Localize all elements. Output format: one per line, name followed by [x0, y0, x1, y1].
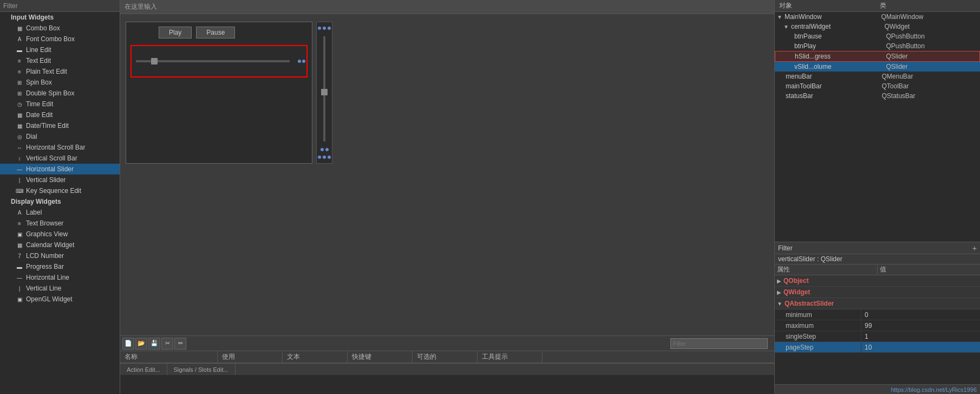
resize-dot-top-3 [328, 27, 331, 30]
section-display-widgets: Display Widgets [0, 196, 120, 207]
time-edit-icon: ◷ [15, 100, 24, 108]
sidebar-item-label: Horizontal Line [26, 274, 69, 281]
play-button[interactable]: Play [159, 27, 192, 38]
toolbar-new-btn[interactable]: 📄 [122, 338, 134, 350]
tab-action-edit[interactable]: Action Edit... [120, 364, 167, 375]
sidebar-item-label: Spin Box [26, 79, 52, 86]
tab-signals-slots[interactable]: Signals / Slots Edit... [167, 364, 236, 375]
sidebar-item-time-edit[interactable]: ◷ Time Edit [0, 99, 120, 109]
toolbar-save-btn[interactable]: 💾 [148, 338, 160, 350]
col-name: 名称 [120, 351, 218, 363]
prop-section-qabstractslider[interactable]: ▼ QAbstractSlider [775, 298, 980, 309]
sidebar-item-opengl-widget[interactable]: ▣ OpenGL Widget [0, 294, 120, 305]
sidebar-item-label: Label [26, 209, 42, 216]
sidebar-item-dial[interactable]: ◎ Dial [0, 131, 120, 142]
col-shortcut: 快捷键 [348, 351, 413, 363]
sidebar-item-label: Date/Time Edit [26, 122, 69, 130]
key-sequence-icon: ⌨ [15, 186, 24, 195]
sidebar-item-calendar-widget[interactable]: ▦ Calendar Widget [0, 240, 120, 250]
sidebar-item-font-combo-box[interactable]: A Font Combo Box [0, 34, 120, 44]
tree-class-centralwidget: QWidget [884, 23, 978, 30]
section-input-widgets: Input Widgets [0, 12, 120, 23]
sidebar-item-combo-box[interactable]: ▦ Combo Box [0, 23, 120, 34]
tree-arrow-centralwidget: ▼ [783, 24, 789, 30]
right-add-btn[interactable]: + [972, 244, 977, 253]
tree-item-mainwindow[interactable]: ▼ MainWindow QMainWindow [775, 12, 980, 22]
toolbar-cut-btn[interactable]: ✂ [161, 338, 173, 350]
sidebar-item-vertical-slider[interactable]: | Vertical Slider [0, 175, 120, 185]
col-class-header: 类 [878, 1, 978, 10]
prop-value-minimum[interactable]: 0 [861, 310, 980, 320]
sidebar-item-spin-box[interactable]: ⊞ Spin Box [0, 77, 120, 88]
prop-row-maximum: maximum 99 [775, 320, 980, 331]
text-edit-icon: ≡ [15, 56, 24, 65]
sidebar-item-date-edit[interactable]: ▦ Date Edit [0, 109, 120, 120]
sidebar-item-vertical-scroll-bar[interactable]: ↕ Vertical Scroll Bar [0, 153, 120, 164]
qwidget-name: QWidget [783, 288, 810, 296]
prop-value-singlestep[interactable]: 1 [861, 332, 980, 341]
qobject-name: QObject [783, 277, 809, 285]
toolbar-pencil-btn[interactable]: ✏ [174, 338, 186, 350]
sidebar-item-text-edit[interactable]: ≡ Text Edit [0, 55, 120, 66]
open-icon: 📂 [138, 340, 145, 347]
sidebar-item-line-edit[interactable]: ▬ Line Edit [0, 44, 120, 55]
bottom-filter-input[interactable] [670, 338, 768, 349]
v-line-icon: | [15, 284, 24, 293]
sidebar-item-horizontal-scroll-bar[interactable]: ↔ Horizontal Scroll Bar [0, 142, 120, 153]
pause-button[interactable]: Pause [196, 27, 235, 38]
sidebar-item-horizontal-line[interactable]: — Horizontal Line [0, 272, 120, 283]
sidebar-item-graphics-view[interactable]: ▣ Graphics View [0, 229, 120, 240]
progress-bar-icon: ▬ [15, 262, 24, 271]
tree-item-menubar[interactable]: menuBar QMenuBar [775, 72, 980, 81]
filter-label: Filter [3, 2, 18, 10]
text-browser-icon: ≡ [15, 219, 24, 228]
col-object-header: 对象 [777, 1, 878, 10]
tree-item-statusbar[interactable]: statusBar QStatusBar [775, 91, 980, 101]
prop-section-qwidget[interactable]: ▶ QWidget [775, 287, 980, 298]
pencil-icon: ✏ [178, 340, 183, 347]
sidebar-item-label: Line Edit [26, 46, 51, 54]
left-panel: Filter Input Widgets ▦ Combo Box A Font … [0, 0, 120, 394]
tree-class-maintoolbar: QToolBar [882, 82, 978, 90]
sidebar-item-label: Vertical Scroll Bar [26, 154, 77, 162]
resize-dot-bot-2 [323, 156, 326, 159]
h-line-icon: — [15, 273, 24, 282]
tree-class-btnpause: QPushButton [886, 33, 978, 40]
sidebar-item-datetime-edit[interactable]: ▦ Date/Time Edit [0, 120, 120, 131]
col-checkable: 可选的 [413, 351, 478, 363]
sidebar-item-progress-bar[interactable]: ▬ Progress Bar [0, 261, 120, 272]
sidebar-item-label: Text Browser [26, 219, 63, 227]
sidebar-item-lcd-number[interactable]: 7 LCD Number [0, 250, 120, 261]
status-url-link[interactable]: https://blog.csdn.net/LyRics1996 [891, 386, 977, 393]
prop-value-pagestep[interactable]: 10 [861, 343, 980, 352]
prop-section-qobject[interactable]: ▶ QObject [775, 275, 980, 287]
date-edit-icon: ▦ [15, 111, 24, 119]
prop-value-maximum[interactable]: 99 [861, 321, 980, 331]
bottom-table-header: 名称 使用 文本 快捷键 可选的 工具提示 [120, 351, 774, 363]
widget-list: Input Widgets ▦ Combo Box A Font Combo B… [0, 12, 120, 394]
sidebar-item-label[interactable]: A Label [0, 207, 120, 218]
tree-item-hslider[interactable]: hSlid...gress QSlider [775, 51, 980, 62]
tree-item-centralwidget[interactable]: ▼ centralWidget QWidget [775, 22, 980, 31]
object-table-header: 对象 类 [775, 0, 980, 12]
h-slider-handle[interactable] [151, 58, 158, 64]
v-scroll-bar-icon: ↕ [15, 154, 24, 163]
tree-item-vslider[interactable]: vSlid...olume QSlider [775, 62, 980, 72]
sidebar-item-double-spin-box[interactable]: ⊞ Double Spin Box [0, 88, 120, 99]
qwidget-arrow: ▶ [777, 289, 781, 295]
sidebar-item-text-browser[interactable]: ≡ Text Browser [0, 218, 120, 229]
tree-item-maintoolbar[interactable]: mainToolBar QToolBar [775, 81, 980, 91]
sidebar-item-label: Vertical Slider [26, 176, 66, 184]
tree-item-btnplay[interactable]: btnPlay QPushButton [775, 41, 980, 51]
toolbar-open-btn[interactable]: 📂 [135, 338, 147, 350]
right-filter-label: Filter [778, 244, 793, 252]
tree-class-hslider: QSlider [886, 53, 978, 60]
sidebar-item-horizontal-slider[interactable]: — Horizontal Slider [0, 164, 120, 175]
sidebar-item-vertical-line[interactable]: | Vertical Line [0, 283, 120, 294]
h-slider-icon: — [15, 165, 24, 173]
resize-dot-top-1 [318, 27, 321, 30]
v-slider-handle[interactable] [321, 89, 328, 95]
tree-item-btnpause[interactable]: btnPause QPushButton [775, 31, 980, 41]
sidebar-item-key-sequence-edit[interactable]: ⌨ Key Sequence Edit [0, 185, 120, 196]
sidebar-item-plain-text-edit[interactable]: ≡ Plain Text Edit [0, 66, 120, 77]
